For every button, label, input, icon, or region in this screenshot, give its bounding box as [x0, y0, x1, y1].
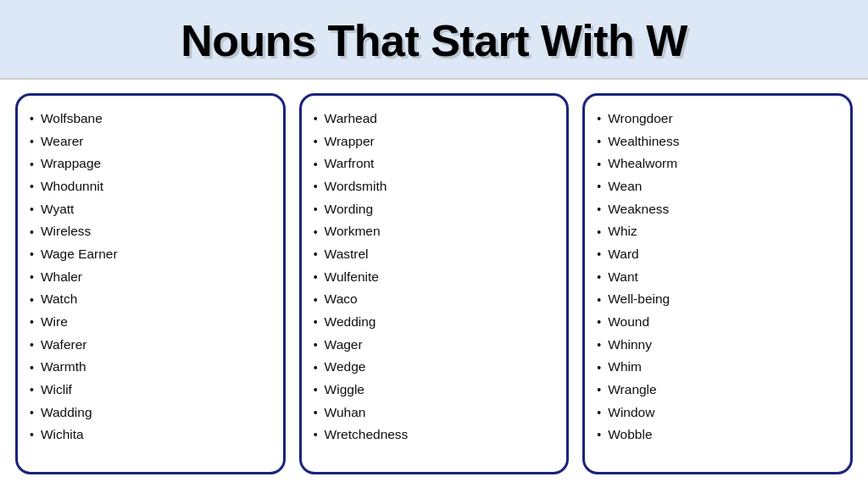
list-item: Wrangle — [597, 379, 835, 402]
list-item: Wordsmith — [314, 175, 552, 198]
list-item: Whiz — [597, 220, 835, 243]
list-item: Wuhan — [314, 402, 552, 424]
word-list-3: WrongdoerWealthinessWhealwormWeanWeaknes… — [597, 108, 835, 446]
list-item: Warfront — [314, 152, 552, 175]
header: Nouns That Start With W — [0, 0, 868, 80]
list-item: Wedge — [314, 356, 552, 379]
list-item: Whinny — [597, 334, 835, 357]
list-item: Warhead — [314, 108, 552, 130]
list-item: Whaler — [30, 266, 268, 289]
list-item: Wastrel — [314, 243, 552, 266]
list-item: Whim — [597, 356, 835, 379]
list-item: Wiclif — [30, 379, 268, 402]
word-list-2: WarheadWrapperWarfrontWordsmithWordingWo… — [314, 108, 552, 446]
list-item: Wobble — [597, 424, 835, 446]
list-item: Window — [597, 402, 835, 424]
page-title: Nouns That Start With W — [181, 15, 687, 66]
list-item: Warmth — [30, 356, 268, 379]
list-item: Wire — [30, 311, 268, 334]
list-item: Wichita — [30, 424, 268, 446]
page-wrapper: Nouns That Start With W WolfsbaneWearerW… — [0, 0, 868, 488]
list-item: Wage Earner — [30, 243, 268, 266]
list-item: Whodunnit — [30, 175, 268, 198]
list-item: Well-being — [597, 288, 835, 311]
list-item: Wean — [597, 175, 835, 198]
list-item: Watch — [30, 288, 268, 311]
columns-area: WolfsbaneWearerWrappageWhodunnitWyattWir… — [0, 80, 868, 488]
list-item: Whealworm — [597, 152, 835, 175]
list-item: Wrapper — [314, 130, 552, 153]
list-item: Wealthiness — [597, 130, 835, 153]
list-item: Wrappage — [30, 152, 268, 175]
list-item: Wadding — [30, 402, 268, 424]
list-item: Wrongdoer — [597, 108, 835, 130]
list-item: Workmen — [314, 220, 552, 243]
list-item: Want — [597, 266, 835, 289]
list-item: Wedding — [314, 311, 552, 334]
list-item: Weakness — [597, 198, 835, 221]
list-item: Wearer — [30, 130, 268, 153]
list-item: Waco — [314, 288, 552, 311]
list-item: Wyatt — [30, 198, 268, 221]
list-item: Ward — [597, 243, 835, 266]
list-item: Wolfsbane — [30, 108, 268, 130]
column-3: WrongdoerWealthinessWhealwormWeanWeaknes… — [582, 93, 853, 474]
list-item: Wager — [314, 334, 552, 357]
list-item: Waferer — [30, 334, 268, 357]
list-item: Wireless — [30, 220, 268, 243]
column-1: WolfsbaneWearerWrappageWhodunnitWyattWir… — [15, 93, 286, 474]
list-item: Wiggle — [314, 379, 552, 402]
word-list-1: WolfsbaneWearerWrappageWhodunnitWyattWir… — [30, 108, 268, 446]
list-item: Wound — [597, 311, 835, 334]
list-item: Wording — [314, 198, 552, 221]
column-2: WarheadWrapperWarfrontWordsmithWordingWo… — [299, 93, 570, 474]
list-item: Wretchedness — [314, 424, 552, 446]
list-item: Wulfenite — [314, 266, 552, 289]
